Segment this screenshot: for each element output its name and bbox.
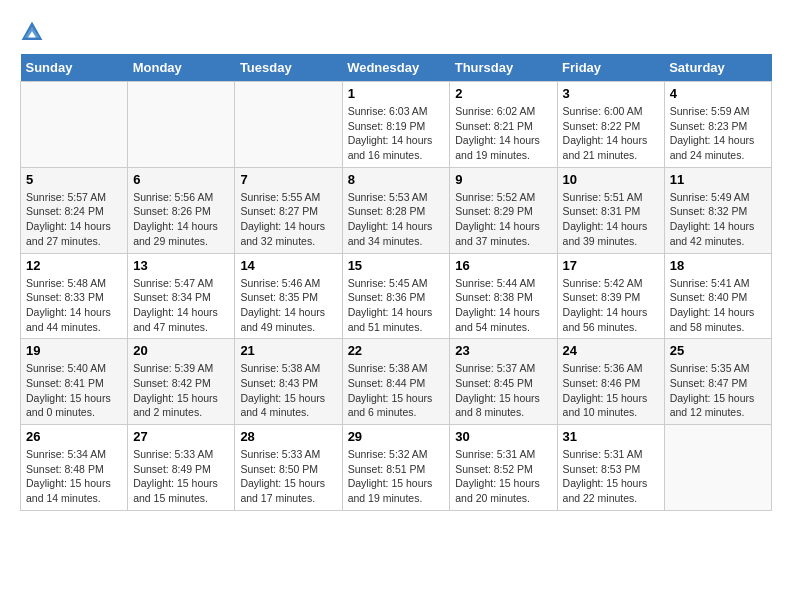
day-number: 31 [563, 429, 659, 444]
day-info: Sunrise: 5:52 AM Sunset: 8:29 PM Dayligh… [455, 190, 551, 249]
day-number: 25 [670, 343, 766, 358]
day-info: Sunrise: 5:32 AM Sunset: 8:51 PM Dayligh… [348, 447, 445, 506]
calendar-cell: 20Sunrise: 5:39 AM Sunset: 8:42 PM Dayli… [128, 339, 235, 425]
day-number: 29 [348, 429, 445, 444]
day-number: 2 [455, 86, 551, 101]
calendar-cell: 21Sunrise: 5:38 AM Sunset: 8:43 PM Dayli… [235, 339, 342, 425]
logo-icon [20, 20, 44, 44]
day-info: Sunrise: 5:59 AM Sunset: 8:23 PM Dayligh… [670, 104, 766, 163]
day-info: Sunrise: 5:55 AM Sunset: 8:27 PM Dayligh… [240, 190, 336, 249]
calendar-cell: 10Sunrise: 5:51 AM Sunset: 8:31 PM Dayli… [557, 167, 664, 253]
day-number: 27 [133, 429, 229, 444]
day-info: Sunrise: 5:49 AM Sunset: 8:32 PM Dayligh… [670, 190, 766, 249]
day-number: 18 [670, 258, 766, 273]
calendar-week-row: 1Sunrise: 6:03 AM Sunset: 8:19 PM Daylig… [21, 82, 772, 168]
day-info: Sunrise: 5:45 AM Sunset: 8:36 PM Dayligh… [348, 276, 445, 335]
day-number: 22 [348, 343, 445, 358]
calendar-cell: 13Sunrise: 5:47 AM Sunset: 8:34 PM Dayli… [128, 253, 235, 339]
day-number: 21 [240, 343, 336, 358]
day-info: Sunrise: 5:31 AM Sunset: 8:52 PM Dayligh… [455, 447, 551, 506]
calendar-cell: 5Sunrise: 5:57 AM Sunset: 8:24 PM Daylig… [21, 167, 128, 253]
calendar-cell: 16Sunrise: 5:44 AM Sunset: 8:38 PM Dayli… [450, 253, 557, 339]
day-number: 12 [26, 258, 122, 273]
calendar-cell: 30Sunrise: 5:31 AM Sunset: 8:52 PM Dayli… [450, 425, 557, 511]
day-number: 16 [455, 258, 551, 273]
day-info: Sunrise: 5:37 AM Sunset: 8:45 PM Dayligh… [455, 361, 551, 420]
day-number: 5 [26, 172, 122, 187]
calendar-cell: 9Sunrise: 5:52 AM Sunset: 8:29 PM Daylig… [450, 167, 557, 253]
calendar-cell: 19Sunrise: 5:40 AM Sunset: 8:41 PM Dayli… [21, 339, 128, 425]
logo [20, 20, 48, 44]
day-header-tuesday: Tuesday [235, 54, 342, 82]
day-header-thursday: Thursday [450, 54, 557, 82]
calendar-table: SundayMondayTuesdayWednesdayThursdayFrid… [20, 54, 772, 511]
calendar-cell: 8Sunrise: 5:53 AM Sunset: 8:28 PM Daylig… [342, 167, 450, 253]
day-info: Sunrise: 6:00 AM Sunset: 8:22 PM Dayligh… [563, 104, 659, 163]
day-info: Sunrise: 5:34 AM Sunset: 8:48 PM Dayligh… [26, 447, 122, 506]
day-info: Sunrise: 5:57 AM Sunset: 8:24 PM Dayligh… [26, 190, 122, 249]
calendar-cell: 25Sunrise: 5:35 AM Sunset: 8:47 PM Dayli… [664, 339, 771, 425]
day-number: 15 [348, 258, 445, 273]
day-info: Sunrise: 5:53 AM Sunset: 8:28 PM Dayligh… [348, 190, 445, 249]
calendar-cell: 23Sunrise: 5:37 AM Sunset: 8:45 PM Dayli… [450, 339, 557, 425]
calendar-cell: 29Sunrise: 5:32 AM Sunset: 8:51 PM Dayli… [342, 425, 450, 511]
day-number: 6 [133, 172, 229, 187]
calendar-cell: 3Sunrise: 6:00 AM Sunset: 8:22 PM Daylig… [557, 82, 664, 168]
calendar-cell: 22Sunrise: 5:38 AM Sunset: 8:44 PM Dayli… [342, 339, 450, 425]
day-number: 11 [670, 172, 766, 187]
day-info: Sunrise: 6:02 AM Sunset: 8:21 PM Dayligh… [455, 104, 551, 163]
day-info: Sunrise: 5:39 AM Sunset: 8:42 PM Dayligh… [133, 361, 229, 420]
calendar-cell: 7Sunrise: 5:55 AM Sunset: 8:27 PM Daylig… [235, 167, 342, 253]
calendar-cell: 2Sunrise: 6:02 AM Sunset: 8:21 PM Daylig… [450, 82, 557, 168]
calendar-cell: 14Sunrise: 5:46 AM Sunset: 8:35 PM Dayli… [235, 253, 342, 339]
calendar-cell: 11Sunrise: 5:49 AM Sunset: 8:32 PM Dayli… [664, 167, 771, 253]
calendar-week-row: 26Sunrise: 5:34 AM Sunset: 8:48 PM Dayli… [21, 425, 772, 511]
calendar-cell: 4Sunrise: 5:59 AM Sunset: 8:23 PM Daylig… [664, 82, 771, 168]
day-header-saturday: Saturday [664, 54, 771, 82]
day-info: Sunrise: 5:40 AM Sunset: 8:41 PM Dayligh… [26, 361, 122, 420]
day-info: Sunrise: 5:36 AM Sunset: 8:46 PM Dayligh… [563, 361, 659, 420]
calendar-body: 1Sunrise: 6:03 AM Sunset: 8:19 PM Daylig… [21, 82, 772, 511]
calendar-cell: 17Sunrise: 5:42 AM Sunset: 8:39 PM Dayli… [557, 253, 664, 339]
day-number: 1 [348, 86, 445, 101]
day-info: Sunrise: 5:38 AM Sunset: 8:43 PM Dayligh… [240, 361, 336, 420]
day-number: 4 [670, 86, 766, 101]
day-number: 26 [26, 429, 122, 444]
calendar-cell: 24Sunrise: 5:36 AM Sunset: 8:46 PM Dayli… [557, 339, 664, 425]
day-number: 24 [563, 343, 659, 358]
day-info: Sunrise: 5:38 AM Sunset: 8:44 PM Dayligh… [348, 361, 445, 420]
day-number: 23 [455, 343, 551, 358]
day-number: 30 [455, 429, 551, 444]
day-number: 20 [133, 343, 229, 358]
day-header-monday: Monday [128, 54, 235, 82]
day-header-sunday: Sunday [21, 54, 128, 82]
calendar-cell: 6Sunrise: 5:56 AM Sunset: 8:26 PM Daylig… [128, 167, 235, 253]
day-info: Sunrise: 5:46 AM Sunset: 8:35 PM Dayligh… [240, 276, 336, 335]
day-number: 17 [563, 258, 659, 273]
day-header-wednesday: Wednesday [342, 54, 450, 82]
calendar-header-row: SundayMondayTuesdayWednesdayThursdayFrid… [21, 54, 772, 82]
day-info: Sunrise: 5:42 AM Sunset: 8:39 PM Dayligh… [563, 276, 659, 335]
day-info: Sunrise: 5:33 AM Sunset: 8:50 PM Dayligh… [240, 447, 336, 506]
day-info: Sunrise: 5:48 AM Sunset: 8:33 PM Dayligh… [26, 276, 122, 335]
day-number: 13 [133, 258, 229, 273]
calendar-cell [235, 82, 342, 168]
day-info: Sunrise: 5:35 AM Sunset: 8:47 PM Dayligh… [670, 361, 766, 420]
day-header-friday: Friday [557, 54, 664, 82]
day-number: 14 [240, 258, 336, 273]
day-info: Sunrise: 6:03 AM Sunset: 8:19 PM Dayligh… [348, 104, 445, 163]
calendar-cell: 1Sunrise: 6:03 AM Sunset: 8:19 PM Daylig… [342, 82, 450, 168]
calendar-week-row: 19Sunrise: 5:40 AM Sunset: 8:41 PM Dayli… [21, 339, 772, 425]
day-info: Sunrise: 5:51 AM Sunset: 8:31 PM Dayligh… [563, 190, 659, 249]
calendar-cell: 12Sunrise: 5:48 AM Sunset: 8:33 PM Dayli… [21, 253, 128, 339]
calendar-week-row: 12Sunrise: 5:48 AM Sunset: 8:33 PM Dayli… [21, 253, 772, 339]
calendar-cell: 26Sunrise: 5:34 AM Sunset: 8:48 PM Dayli… [21, 425, 128, 511]
day-info: Sunrise: 5:56 AM Sunset: 8:26 PM Dayligh… [133, 190, 229, 249]
day-number: 10 [563, 172, 659, 187]
day-number: 9 [455, 172, 551, 187]
calendar-cell [21, 82, 128, 168]
day-info: Sunrise: 5:41 AM Sunset: 8:40 PM Dayligh… [670, 276, 766, 335]
day-info: Sunrise: 5:31 AM Sunset: 8:53 PM Dayligh… [563, 447, 659, 506]
calendar-cell [664, 425, 771, 511]
day-number: 19 [26, 343, 122, 358]
